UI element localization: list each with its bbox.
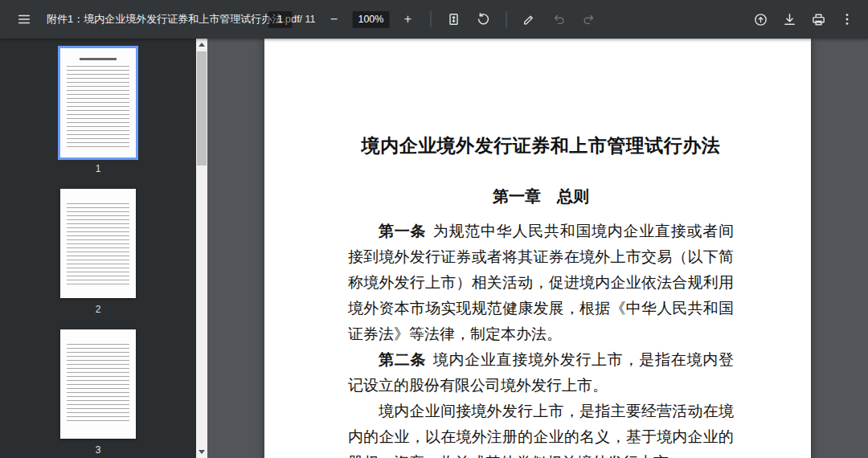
pdf-viewer: 附件1：境内企业境外发行证券和上市管理试行办法.pdf 1 / 11 − 100… — [0, 0, 868, 458]
thumbnail-page-preview — [60, 48, 136, 157]
scroll-up-button[interactable] — [196, 39, 207, 51]
thumbnail-page-preview — [60, 329, 136, 439]
zoom-in-button[interactable]: + — [396, 8, 419, 31]
more-options-button[interactable] — [836, 8, 858, 31]
zoom-out-button[interactable]: − — [322, 8, 345, 31]
thumbnail-page-number: 3 — [96, 444, 101, 456]
share-icon — [753, 12, 768, 27]
fit-to-page-icon — [446, 12, 461, 27]
toolbar-center: 1 / 11 − 100% + — [268, 8, 600, 31]
page-thumbnail-1[interactable]: 1 — [60, 48, 136, 175]
rotate-button[interactable] — [472, 8, 494, 31]
toolbar-right — [749, 8, 868, 31]
toolbar-divider — [430, 11, 431, 27]
hamburger-icon — [17, 12, 31, 27]
thumbnail-sidebar: 1 2 3 — [0, 39, 196, 458]
fit-to-page-button[interactable] — [442, 8, 465, 31]
paragraph-text: 境内企业间接境外发行上市，是指主要经营活动在境内的企业，以在境外注册的企业的名义… — [348, 403, 734, 458]
download-button[interactable] — [778, 8, 800, 31]
thumbnail-page-number: 1 — [96, 163, 101, 175]
scrollbar-thumb[interactable] — [197, 51, 207, 166]
article-number: 第二条 — [379, 351, 426, 368]
redo-icon — [581, 12, 596, 27]
thumbnail-text-lines — [67, 344, 129, 421]
share-button[interactable] — [749, 8, 772, 31]
pdf-page: 境内企业境外发行证券和上市管理试行办法 第一章 总则 第一条为规范中华人民共和国… — [264, 39, 811, 458]
doc-paragraph: 境内企业间接境外发行上市，是指主要经营活动在境内的企业，以在境外注册的企业的名义… — [348, 399, 734, 458]
sidebar-scrollbar[interactable] — [196, 39, 207, 458]
page-thumbnail-3[interactable]: 3 — [60, 329, 136, 456]
page-number-input[interactable]: 1 — [268, 11, 293, 28]
page-thumbnail-2[interactable]: 2 — [60, 189, 136, 316]
paragraph-text: 为规范中华人民共和国境内企业直接或者间接到境外发行证券或者将其证券在境外上市交易… — [348, 223, 734, 342]
print-icon — [811, 12, 826, 27]
download-icon — [782, 12, 797, 27]
pen-icon — [522, 12, 536, 27]
redo-button[interactable] — [577, 8, 600, 31]
more-vertical-icon — [840, 12, 854, 27]
doc-paragraph: 第一条为规范中华人民共和国境内企业直接或者间接到境外发行证券或者将其证券在境外上… — [348, 219, 734, 347]
thumbnail-page-preview — [60, 189, 136, 298]
undo-button[interactable] — [547, 8, 570, 31]
scroll-down-button[interactable] — [196, 446, 207, 458]
page-count-label: / 11 — [300, 14, 316, 25]
print-button[interactable] — [807, 8, 829, 31]
arrow-up-icon — [199, 43, 205, 47]
rotate-icon — [476, 12, 490, 27]
main-area: 1 2 3 境内企业境外发行证券和上市管理试行 — [0, 39, 868, 458]
arrow-down-icon — [199, 450, 205, 454]
document-filename: 附件1：境内企业境外发行证券和上市管理试行办法.pdf — [47, 12, 300, 27]
thumbnail-title-line — [80, 58, 116, 60]
thumbnail-text-lines — [67, 66, 129, 149]
toolbar-divider — [506, 11, 506, 27]
chapter-heading: 第一章 总则 — [348, 186, 734, 207]
zoom-level[interactable]: 100% — [352, 11, 389, 28]
undo-icon — [551, 12, 566, 27]
article-number: 第一条 — [379, 223, 426, 239]
thumbnail-text-lines — [67, 203, 129, 287]
document-viewport: 境内企业境外发行证券和上市管理试行办法 第一章 总则 第一条为规范中华人民共和国… — [207, 39, 868, 458]
annotate-button[interactable] — [518, 8, 540, 31]
menu-button[interactable] — [13, 8, 35, 31]
doc-title: 境内企业境外发行证券和上市管理试行办法 — [348, 133, 734, 158]
thumbnail-page-number: 2 — [96, 304, 101, 316]
toolbar: 附件1：境内企业境外发行证券和上市管理试行办法.pdf 1 / 11 − 100… — [0, 0, 868, 39]
doc-paragraph: 第二条境内企业直接境外发行上市，是指在境内登记设立的股份有限公司境外发行上市。 — [348, 347, 734, 399]
